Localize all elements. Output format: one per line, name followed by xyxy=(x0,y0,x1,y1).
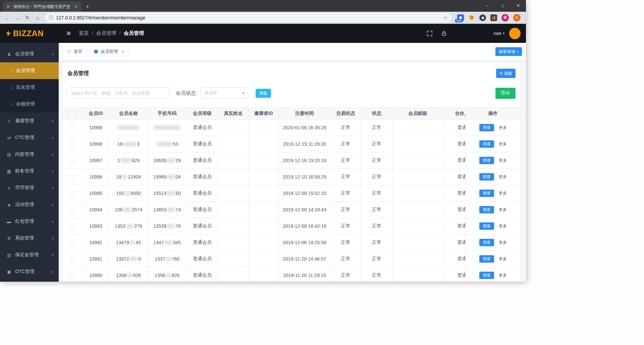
extension-icon[interactable] xyxy=(479,14,486,21)
tab-close-icon[interactable]: × xyxy=(73,4,78,9)
sidebar-item-finance[interactable]: ▦财务管理∨ xyxy=(0,163,59,180)
extension-icon[interactable] xyxy=(490,14,497,21)
view-button[interactable]: 查看 xyxy=(479,206,494,213)
window-maximize-button[interactable]: □ xyxy=(495,0,511,11)
new-tab-button[interactable]: + xyxy=(81,2,94,12)
more-button[interactable]: 更多 xyxy=(499,191,507,196)
more-button[interactable]: 更多 xyxy=(499,256,507,262)
user-dropdown[interactable]: root ▾ xyxy=(494,31,504,36)
cell-trade-status: 正常 xyxy=(331,120,361,136)
table-row: 10991133728880133788760普通会员2019-11-29 14… xyxy=(62,251,521,267)
more-button[interactable]: 更多 xyxy=(499,125,507,131)
view-button[interactable]: 查看 xyxy=(479,239,494,246)
page-info-icon[interactable]: ⓘ xyxy=(49,15,53,21)
row-checkbox[interactable] xyxy=(70,174,75,180)
forward-icon[interactable]: → xyxy=(13,13,22,22)
status-label: 会员状态: xyxy=(176,90,197,96)
view-button[interactable]: 查看 xyxy=(479,190,494,197)
row-checkbox[interactable] xyxy=(70,207,75,212)
row-checkbox[interactable] xyxy=(70,191,75,196)
select-all-checkbox[interactable] xyxy=(70,111,75,116)
sidebar-item-ctc[interactable]: ⇄CTC管理∨ xyxy=(0,129,59,146)
row-checkbox[interactable] xyxy=(70,158,75,163)
cell-inviter-id xyxy=(249,202,279,218)
sidebar-item-invite[interactable]: <邀请管理∨ xyxy=(0,113,59,129)
cell-register-time: 2019-12-16 19:20:18 xyxy=(279,152,331,168)
more-button[interactable]: 更多 xyxy=(499,207,507,213)
sidebar-subitem-realname-manage[interactable]: □实名管理 xyxy=(0,79,59,96)
row-checkbox[interactable] xyxy=(70,240,75,245)
cell-status: 正常 xyxy=(361,185,393,201)
more-button[interactable]: 更多 xyxy=(499,273,507,278)
window-close-button[interactable]: × xyxy=(511,0,526,11)
window-minimize-button[interactable]: ─ xyxy=(480,0,495,11)
fullscreen-icon[interactable] xyxy=(427,30,433,37)
row-checkbox[interactable] xyxy=(70,141,75,147)
view-button[interactable]: 查看 xyxy=(479,124,494,131)
sidebar-subitem-label: 余额管理 xyxy=(16,101,35,107)
cell-member-email xyxy=(393,218,443,234)
cell-member-id: 10998 xyxy=(83,136,109,152)
view-button[interactable]: 查看 xyxy=(479,140,494,148)
bookmark-star-icon[interactable]: ☆ xyxy=(443,15,448,21)
lock-icon[interactable] xyxy=(441,31,447,36)
sidebar-item-otc[interactable]: ◼OTC管理∨ xyxy=(0,263,59,280)
sidebar-item-margin[interactable]: ▥保证金管理∨ xyxy=(0,247,59,263)
logo[interactable]: BIZZAN xyxy=(0,29,59,38)
sidebar-subitem-member-manage[interactable]: □会员管理 xyxy=(0,62,59,79)
sidebar-subitem-balance-manage[interactable]: □余额管理 xyxy=(0,96,59,113)
row-checkbox[interactable] xyxy=(70,256,75,262)
cell-member-id: 10991 xyxy=(83,251,109,267)
visible-text: 1347 xyxy=(153,240,164,245)
cell-member-level: 普通会员 xyxy=(186,267,218,282)
more-button[interactable]: 更多 xyxy=(499,174,507,180)
view-button[interactable]: 查看 xyxy=(479,173,494,181)
hamburger-menu-icon[interactable]: ≡ xyxy=(67,29,71,37)
view-button[interactable]: 查看 xyxy=(479,222,494,230)
search-input[interactable] xyxy=(67,87,170,99)
breadcrumb-home[interactable]: 首页 xyxy=(79,30,96,37)
back-icon[interactable]: ← xyxy=(3,13,12,22)
browser-profile-avatar[interactable] xyxy=(501,14,509,21)
metamask-extension-icon[interactable] xyxy=(468,14,475,21)
reload-icon[interactable]: ↻ xyxy=(23,13,32,22)
tag-close-icon[interactable]: × xyxy=(121,49,124,54)
tag-options-button[interactable]: 标签选项 ▾ xyxy=(495,47,522,56)
cell-member-email xyxy=(393,251,443,267)
sidebar-item-members[interactable]: ♟会员管理∧ xyxy=(0,46,59,62)
wallet-extension-icon[interactable]: New xyxy=(457,14,464,21)
browser-tab[interactable]: 管理后台 - 币严|全球数字资产交... × xyxy=(3,2,81,12)
sidebar-item-redpacket[interactable]: ▬红包管理∨ xyxy=(0,213,59,230)
tag-home[interactable]: 首页 xyxy=(63,46,87,57)
home-icon[interactable]: ⌂ xyxy=(33,13,42,22)
action-row: 查看更多 xyxy=(466,267,521,282)
browser-toolbar: ← → ↻ ⌂ ⓘ 127.0.0.1:9527/#/member/member… xyxy=(0,12,526,24)
view-button[interactable]: 查看 xyxy=(479,272,494,279)
row-checkbox[interactable] xyxy=(70,273,75,278)
more-button[interactable]: 更多 xyxy=(499,223,507,229)
tag-member-manage[interactable]: 会员管理 × xyxy=(90,46,128,57)
status-select[interactable]: 请选择 ▼ xyxy=(201,87,248,99)
cell-trade-status: 正常 xyxy=(331,251,361,267)
refresh-button[interactable]: ↻ 刷新 xyxy=(496,69,516,78)
url-bar[interactable]: ⓘ 127.0.0.1:9527/#/member/membermanage ☆ xyxy=(45,13,452,22)
view-button[interactable]: 查看 xyxy=(479,255,494,263)
view-button[interactable]: 查看 xyxy=(479,157,494,164)
browser-update-icon[interactable]: ↻ xyxy=(513,14,521,21)
cell-member-email xyxy=(393,267,443,282)
more-button[interactable]: 更多 xyxy=(499,141,507,147)
sidebar-item-system[interactable]: ⚙系统管理∨ xyxy=(0,230,59,247)
more-button[interactable]: 更多 xyxy=(499,240,507,246)
export-button[interactable]: 导出 xyxy=(495,88,516,99)
masked-text: 888 xyxy=(167,207,175,212)
user-avatar[interactable] xyxy=(509,28,521,39)
sidebar-item-coin[interactable]: ¤币币管理∨ xyxy=(0,180,59,196)
sidebar-item-activity[interactable]: ◈活动管理∨ xyxy=(0,196,59,213)
cell-member-level: 普通会员 xyxy=(186,234,218,251)
breadcrumb-member-manage[interactable]: 会员管理 xyxy=(96,30,124,37)
row-checkbox[interactable] xyxy=(70,125,75,130)
more-button[interactable]: 更多 xyxy=(499,158,507,163)
search-button[interactable]: 搜索 xyxy=(256,89,271,98)
row-checkbox[interactable] xyxy=(70,223,75,229)
sidebar-item-content[interactable]: ▤内容管理∨ xyxy=(0,146,59,163)
